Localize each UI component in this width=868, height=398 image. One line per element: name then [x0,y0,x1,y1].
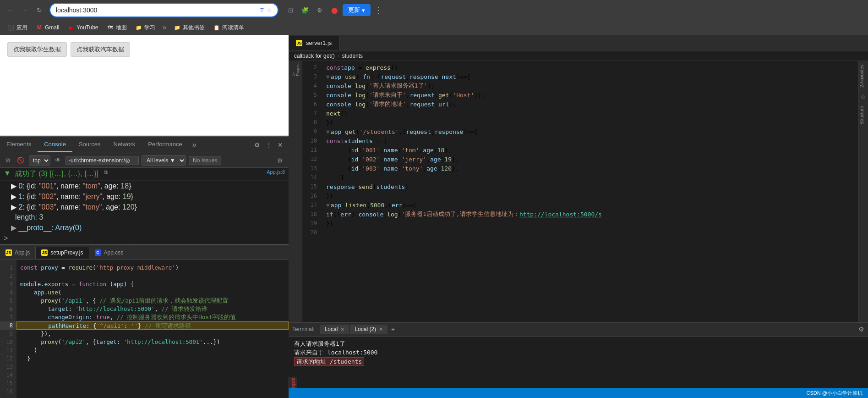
vscode-tab-server1[interactable]: JS server1.js [289,36,339,50]
bookmark-gmail[interactable]: M Gmail [32,22,63,33]
terminal-add-tab[interactable]: + [388,324,398,334]
breadcrumb-callback[interactable]: callback for get() [294,53,335,59]
ln-6: 6 [0,305,16,313]
tab-appjs[interactable]: JS App.js [0,247,36,259]
terminal-tab-local1-close[interactable]: ✕ [340,326,344,332]
settings-gear-icon[interactable]: ⚙ [252,139,262,150]
console-filter-input[interactable] [66,156,139,165]
strip-star-icon[interactable]: ☆ [858,91,868,102]
bookmark-youtube-label: YouTube [76,24,98,31]
terminal-settings-icon[interactable]: ⚙ [858,326,864,333]
code-line-3: module.exports = function (app) { [16,280,289,288]
console-block-btn[interactable]: ⊘ [4,156,12,165]
tab-network[interactable]: Network [107,137,142,152]
translate-icon[interactable]: T [260,7,264,14]
tab-setupproxy[interactable]: JS setupProxy.js [36,247,89,259]
bookmark-gmail-label: Gmail [45,24,59,31]
vscode-activity-bar: 1-Project [289,61,302,322]
tree-expand-1[interactable]: ▶ [11,193,16,200]
console-success-text: 成功了 (3) [{…}, {…}, {…}] [15,169,98,179]
code-line-16 [16,387,289,396]
console-issues-badge: No Issues [189,156,221,165]
tree-expand-0[interactable]: ▶ [11,182,16,190]
more-options-icon[interactable]: ⋮ [372,5,384,15]
proto-expand[interactable]: ▶ [11,224,16,232]
strip-favorites-label[interactable]: 2-Favorites [858,61,868,91]
context-selector[interactable]: top [29,155,50,166]
tab-elements[interactable]: Elements [0,137,38,152]
bookmark-reading-label: 阅读清单 [222,24,244,32]
terminal-tabs-bar: Terminal: Local ✕ Local (2) ✕ + ⚙ [289,323,868,337]
get-cars-button[interactable]: 点我获取汽车数据 [71,42,130,57]
update-button[interactable]: 更新 ▾ [343,4,371,16]
refresh-button[interactable]: ↻ [33,4,46,17]
code-line-8: pathRewrite: {'^/api1': ''} // 重写请求路径 [16,321,289,330]
tree-item-0: ▶ 0: {id: "001", name: "tom", age: 18} [7,181,289,191]
tab-console[interactable]: Console [38,137,72,152]
puzzle-icon[interactable]: ⚙ [313,4,326,17]
ln-4: 4 [0,288,16,297]
bookmark-maps[interactable]: 🗺 地图 [103,22,131,33]
strip-structure-label[interactable]: Structure [858,102,868,128]
back-button[interactable]: ← [4,4,16,17]
tab-appcss[interactable]: C App.css [89,247,130,259]
console-source[interactable]: App.js:8 [267,169,285,175]
tree-expand-2[interactable]: ▶ [11,203,16,211]
ln-9: 9 [0,330,16,338]
terminal-tab-local2[interactable]: Local (2) ✕ [350,325,388,334]
address-bar[interactable]: localhost:3000 T ☆ [49,3,278,17]
code-lines: 1 2 3 4 5 6 7 8 9 10 11 12 13 14 [0,260,289,398]
vs-ln-17: 17 [302,200,321,210]
key-0: 0: [18,182,27,190]
copy-icon[interactable]: ⧉ [104,169,108,175]
console-level-select[interactable]: All levels ▼ [142,155,186,166]
console-clear-btn[interactable]: 🚫 [15,156,26,165]
npm-label[interactable]: npm [290,377,296,388]
folder-icon-other: 📁 [174,24,181,31]
tab-sources[interactable]: Sources [72,137,107,152]
devtools-close-icon[interactable]: ✕ [276,139,285,150]
bookmark-reading[interactable]: 📋 阅读清单 [209,22,248,33]
vs-ln-11: 11 [302,145,321,155]
record-icon[interactable]: ⬤ [328,4,341,17]
main-area: 点我获取学生数据 点我获取汽车数据 Elements Console Sourc… [0,35,868,398]
bookmark-learning[interactable]: 📁 学习 [131,22,159,33]
cast-icon[interactable]: ⊡ [284,4,297,17]
activity-project-icon[interactable]: 1-Project [290,65,300,75]
vs-ln-8: 8 [302,118,321,127]
bookmark-apps[interactable]: ⬛ 应用 [4,22,31,33]
star-icon[interactable]: ☆ [267,7,272,14]
extension-icon[interactable]: 🧩 [299,4,311,17]
bookmark-more-icon[interactable]: » [160,22,169,33]
setupproxy-label: setupProxy.js [50,249,83,256]
console-eye-icon[interactable]: 👁 [53,156,63,165]
length-val: 3 [39,213,43,221]
vs-code-17: ▼app.listen(5000,(err)=>{ [321,200,858,210]
breadcrumb-students[interactable]: students [342,53,363,59]
vs-code-18: if(!err) console.log('服务器1启动成功了,请求学生信息地址… [321,210,858,219]
console-settings-icon[interactable]: ⚙ [275,155,285,166]
code-line-2 [16,272,289,280]
tree-length: length: 3 [7,212,289,222]
terminal-tab-local2-close[interactable]: ✕ [379,326,383,332]
expand-icon[interactable]: ▼ [4,169,11,177]
get-students-button[interactable]: 点我获取学生数据 [7,42,67,57]
tab-performance[interactable]: Performance [142,137,188,152]
bookmark-other[interactable]: 📁 其他书签 [170,22,208,33]
appcss-label: App.css [104,249,124,256]
forward-button[interactable]: → [18,4,31,17]
appcss-icon: C [95,249,101,256]
vs-code-19: }) [321,219,858,228]
bookmark-youtube[interactable]: ▶ YouTube [64,22,102,33]
proto-text: __proto__: Array(0) [18,224,82,232]
devtools-menu-icon[interactable]: ⋮ [264,139,274,150]
terminal-tab-local1[interactable]: Local ✕ [320,325,349,334]
code-line-10: proxy('/api2', {target: 'http://localhos… [16,338,289,346]
breadcrumb-separator: › [338,53,339,59]
proto-line: ▶ __proto__: Array(0) [0,222,289,233]
bookmark-other-label: 其他书签 [183,24,205,32]
ln-2: 2 [0,272,16,280]
devtools-more-tabs[interactable]: » [189,137,200,153]
toolbar-actions: ⊡ 🧩 ⚙ ⬤ 更新 ▾ ⋮ [284,4,384,17]
vs-ln-10: 10 [302,136,321,145]
